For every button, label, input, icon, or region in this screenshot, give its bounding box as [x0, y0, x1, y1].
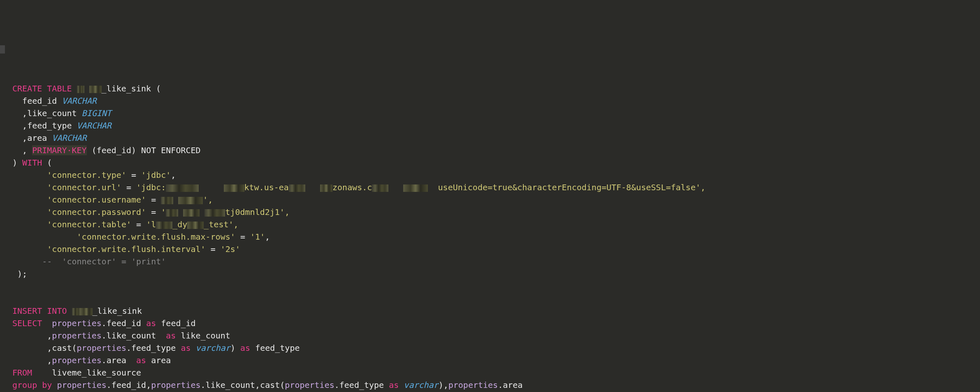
property-ref: properties	[285, 380, 334, 390]
keyword-insert: INSERT	[12, 306, 42, 316]
keyword-as: as	[181, 343, 190, 353]
type-varchar: varchar	[196, 343, 230, 353]
property-ref: properties	[52, 355, 101, 365]
redacted-text	[178, 197, 203, 204]
config-key: 'connector.username'	[47, 195, 146, 205]
redacted-text	[204, 209, 225, 217]
redacted-text	[372, 184, 388, 192]
table-name: _like_sink	[93, 306, 142, 316]
keyword-from: FROM	[12, 368, 32, 378]
pk-def: (feed_id) NOT ENFORCED	[92, 145, 201, 155]
table-name: _like_sink (	[102, 84, 161, 93]
code-block: CREATE TABLE _like_sink ( feed_id VARCHA…	[12, 82, 968, 392]
property-ref: properties	[448, 380, 498, 390]
redacted-text	[166, 209, 178, 217]
keyword-as: as	[146, 318, 156, 328]
column-name: ,like_count	[22, 108, 77, 118]
config-key: 'connector.type'	[47, 170, 126, 180]
keyword-create: CREATE	[12, 84, 42, 93]
redacted-text	[183, 209, 200, 217]
column-name: ,feed_type	[22, 121, 72, 131]
type-bigint: BIGINT	[82, 108, 111, 118]
redacted-text	[403, 184, 428, 192]
redacted-text	[161, 197, 173, 204]
punct: (	[47, 158, 52, 168]
keyword-as: as	[389, 380, 399, 390]
column-name: feed_id	[22, 96, 57, 106]
type-varchar: VARCHAR	[52, 133, 86, 143]
punct: )	[12, 158, 17, 168]
keyword-as: as	[136, 355, 146, 365]
config-key: 'connector.table'	[47, 219, 131, 229]
redacted-text	[289, 184, 305, 192]
config-key: 'connector.password'	[47, 207, 146, 217]
keyword-with: WITH	[22, 158, 42, 168]
type-varchar: VARCHAR	[77, 121, 111, 131]
redacted-text	[77, 86, 84, 93]
redacted-text	[89, 86, 102, 93]
property-ref: properties	[52, 331, 101, 341]
comment-line: -- 'connector' = 'print'	[42, 257, 166, 266]
redacted-text	[72, 308, 80, 315]
config-value: 'jdbc'	[141, 170, 171, 180]
config-key: 'connector.write.flush.max-rows'	[77, 232, 235, 242]
property-ref: properties	[52, 318, 101, 328]
config-value: 'jdbc:	[136, 182, 166, 192]
redacted-text	[187, 222, 204, 229]
redacted-text	[156, 222, 172, 229]
table-name: liveme_like_source	[52, 368, 141, 378]
punct: ,	[22, 145, 27, 155]
property-ref: properties	[151, 380, 200, 390]
property-ref: properties	[77, 343, 126, 353]
column-name: ,area	[22, 133, 47, 143]
keyword-as: as	[166, 331, 176, 341]
keyword-as: as	[240, 343, 250, 353]
keyword-into: INTO	[47, 306, 67, 316]
type-varchar: varchar	[404, 380, 438, 390]
redacted-text	[166, 184, 199, 192]
keyword-table: TABLE	[47, 84, 72, 93]
keyword-group-by: group by	[12, 380, 52, 390]
property-ref: properties	[57, 380, 106, 390]
gutter-marker	[0, 45, 5, 54]
keyword-select: SELECT	[12, 318, 42, 328]
redacted-text	[80, 308, 93, 315]
keyword-primary-key: PRIMARY·KEY	[32, 145, 86, 155]
type-varchar: VARCHAR	[62, 96, 96, 106]
close-paren: );	[17, 269, 27, 279]
redacted-text	[320, 184, 332, 192]
config-value: '1'	[250, 232, 265, 242]
redacted-text	[224, 184, 244, 192]
config-key: 'connector.write.flush.interval'	[47, 244, 205, 254]
config-key: 'connector.url'	[47, 182, 121, 192]
config-value: '2s'	[221, 244, 240, 254]
